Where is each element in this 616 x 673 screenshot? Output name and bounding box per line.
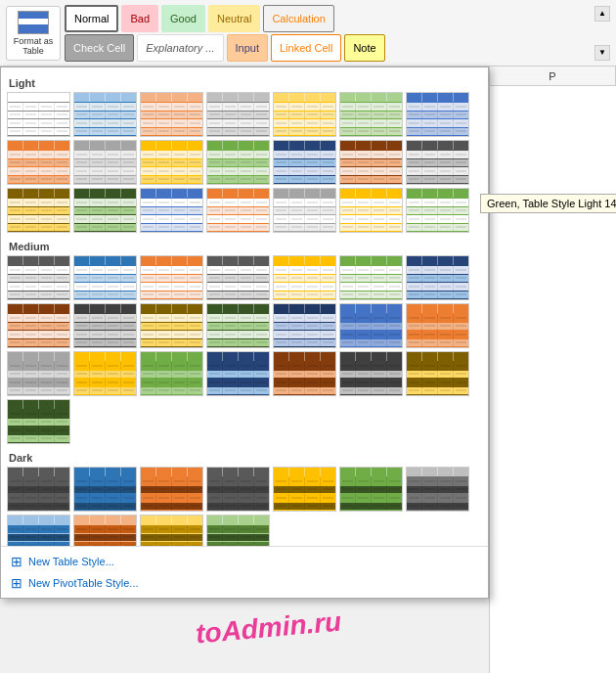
ribbon-scrollbar: ▲ ▼ xyxy=(594,6,610,61)
section-label-light: Light xyxy=(7,73,482,92)
table-style-dark-5[interactable] xyxy=(339,467,403,512)
spreadsheet-background: P Green, Table Style Light 14 xyxy=(489,67,616,673)
table-style-medium-14[interactable] xyxy=(7,351,70,396)
table-style-dark-0[interactable] xyxy=(7,467,70,512)
table-style-light-11[interactable] xyxy=(273,140,336,185)
table-style-medium-7[interactable] xyxy=(7,303,70,348)
table-style-medium-12[interactable] xyxy=(339,303,403,348)
table-style-light-8[interactable] xyxy=(73,140,137,185)
table-style-light-2[interactable] xyxy=(140,92,203,137)
table-style-light-17[interactable] xyxy=(206,188,270,233)
table-style-light-10[interactable] xyxy=(206,140,270,185)
table-style-light-15[interactable] xyxy=(73,188,137,233)
table-style-light-12[interactable] xyxy=(339,140,403,185)
style-neutral[interactable]: Neutral xyxy=(208,5,260,32)
new-table-icon: ⊞ xyxy=(11,554,22,569)
table-style-medium-4[interactable] xyxy=(273,255,336,300)
style-normal[interactable]: Normal xyxy=(65,5,118,32)
table-style-medium-18[interactable] xyxy=(273,351,336,396)
table-style-dark-6[interactable] xyxy=(406,467,469,512)
table-style-medium-0[interactable] xyxy=(7,255,70,300)
table-style-light-4[interactable] xyxy=(273,92,336,137)
new-pivot-icon: ⊞ xyxy=(11,575,22,591)
table-style-medium-17[interactable] xyxy=(206,351,270,396)
table-style-light-13[interactable] xyxy=(406,140,469,185)
format-as-table-button[interactable]: Format as Table xyxy=(6,6,61,61)
table-style-medium-10[interactable] xyxy=(206,303,270,348)
table-style-medium-1[interactable] xyxy=(73,255,137,300)
medium-styles-grid xyxy=(7,255,482,444)
table-style-light-5[interactable] xyxy=(339,92,403,137)
table-style-dark-2[interactable] xyxy=(140,467,203,512)
style-tooltip: Green, Table Style Light 14 xyxy=(480,194,616,213)
table-styles-dropdown: Light Medium Dark ⊞ New Table Style... ⊞… xyxy=(0,67,489,599)
table-style-medium-9[interactable] xyxy=(140,303,203,348)
new-pivot-style-label: New PivotTable Style... xyxy=(28,577,139,589)
watermark: toAdmin.ru xyxy=(195,606,343,651)
table-style-light-0[interactable] xyxy=(7,92,70,137)
table-style-light-14[interactable] xyxy=(7,188,70,233)
cell-styles-row2: Check Cell Explanatory ... Input Linked … xyxy=(65,34,589,62)
style-good[interactable]: Good xyxy=(161,5,205,32)
new-pivot-style-button[interactable]: ⊞ New PivotTable Style... xyxy=(7,572,482,594)
scroll-down-button[interactable]: ▼ xyxy=(594,45,610,61)
dropdown-scroll-area[interactable]: Light Medium Dark xyxy=(7,73,482,592)
new-table-style-label: New Table Style... xyxy=(28,556,114,567)
table-style-light-1[interactable] xyxy=(73,92,137,137)
section-label-dark: Dark xyxy=(7,448,482,467)
table-style-dark-4[interactable] xyxy=(273,467,336,512)
table-style-medium-6[interactable] xyxy=(406,255,469,300)
style-input[interactable]: Input xyxy=(227,34,268,62)
style-note[interactable]: Note xyxy=(344,34,384,62)
table-style-medium-21[interactable] xyxy=(7,399,70,444)
column-header-p: P xyxy=(490,67,616,86)
table-style-light-7[interactable] xyxy=(7,140,70,185)
scroll-up-button[interactable]: ▲ xyxy=(594,6,610,22)
format-table-icon xyxy=(18,11,49,34)
style-calculation[interactable]: Calculation xyxy=(263,5,333,32)
table-style-dark-1[interactable] xyxy=(73,467,137,512)
table-style-medium-13[interactable] xyxy=(406,303,469,348)
ribbon: Format as Table Normal Bad Good Neutral … xyxy=(0,0,616,67)
section-label-medium: Medium xyxy=(7,237,482,255)
table-style-medium-5[interactable] xyxy=(339,255,403,300)
table-style-medium-11[interactable] xyxy=(273,303,336,348)
table-style-light-19[interactable] xyxy=(339,188,403,233)
table-style-medium-15[interactable] xyxy=(73,351,137,396)
table-style-light-9[interactable] xyxy=(140,140,203,185)
dropdown-content: Light Medium Dark xyxy=(7,73,482,592)
style-linked-cell[interactable]: Linked Cell xyxy=(271,34,341,62)
style-check-cell[interactable]: Check Cell xyxy=(65,34,134,62)
table-style-medium-3[interactable] xyxy=(206,255,270,300)
table-style-medium-20[interactable] xyxy=(406,351,469,396)
style-explanatory[interactable]: Explanatory ... xyxy=(137,34,223,62)
new-table-style-button[interactable]: ⊞ New Table Style... xyxy=(7,551,482,572)
table-style-light-3[interactable] xyxy=(206,92,270,137)
table-style-medium-2[interactable] xyxy=(140,255,203,300)
table-style-light-16[interactable] xyxy=(140,188,203,233)
table-style-medium-8[interactable] xyxy=(73,303,137,348)
table-style-dark-3[interactable] xyxy=(206,467,270,512)
table-style-medium-16[interactable] xyxy=(140,351,203,396)
footer-section: ⊞ New Table Style... ⊞ New PivotTable St… xyxy=(1,546,488,598)
cell-styles-row1: Normal Bad Good Neutral Calculation xyxy=(65,5,589,32)
table-style-light-20[interactable] xyxy=(406,188,469,233)
table-style-light-18[interactable] xyxy=(273,188,336,233)
format-table-label: Format as Table xyxy=(14,36,54,56)
table-style-light-6[interactable] xyxy=(406,92,469,137)
style-bad[interactable]: Bad xyxy=(121,5,158,32)
table-style-medium-19[interactable] xyxy=(339,351,403,396)
light-styles-grid xyxy=(7,92,482,233)
cell-styles-area: Normal Bad Good Neutral Calculation Chec… xyxy=(65,5,589,62)
